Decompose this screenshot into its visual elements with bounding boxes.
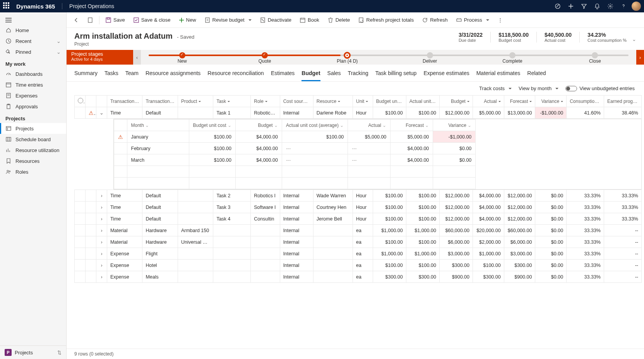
cell[interactable]: Expense	[107, 271, 142, 283]
cell[interactable]: $100.00	[406, 260, 439, 271]
cell[interactable]: Task 4	[213, 213, 251, 225]
cell[interactable]: $0.00	[535, 190, 567, 202]
cell[interactable]: $4,000.00	[473, 213, 504, 225]
cell[interactable]	[213, 236, 251, 248]
column-header[interactable]: Budget unit cost	[373, 96, 406, 107]
save-close-button[interactable]: Save & close	[130, 15, 175, 25]
month-col-header[interactable]: Budget ⌄	[235, 120, 282, 131]
assistant-icon[interactable]	[551, 0, 564, 12]
cell[interactable]: $20,000.00	[473, 225, 504, 236]
cell[interactable]: ea	[353, 271, 373, 283]
expand-header-icon[interactable]: ⌄	[632, 36, 636, 42]
cell[interactable]: Internal	[280, 107, 313, 119]
cell[interactable]: $1,000.00	[406, 225, 439, 236]
cell[interactable]	[313, 271, 353, 283]
month-cell[interactable]: $0.00	[433, 143, 476, 154]
cell[interactable]: $13,000.00	[504, 107, 535, 119]
cell[interactable]: Time	[107, 107, 142, 119]
expand-row-button[interactable]: ›	[96, 248, 107, 260]
tab-summary[interactable]: Summary	[74, 68, 98, 81]
cell[interactable]: $1,000.00	[406, 248, 439, 260]
column-header[interactable]: Resource	[313, 96, 353, 107]
table-row[interactable]: ›TimeDefaultTask 3Software IInternalCour…	[75, 202, 642, 213]
tab-expense-estimates[interactable]: Expense estimates	[423, 68, 469, 81]
cell[interactable]: $100.00	[406, 107, 439, 119]
stage-node[interactable]: Close	[554, 51, 636, 64]
cell[interactable]: Material	[107, 225, 142, 236]
month-cell[interactable]: $4,000.00	[235, 131, 282, 143]
cell[interactable]: $300.00	[439, 260, 473, 271]
open-record-set-button[interactable]	[84, 15, 97, 25]
save-button[interactable]: Save	[102, 15, 129, 25]
month-row[interactable]: ⚠January$100.00$4,000.00$100.00$5,000.00…	[114, 131, 476, 143]
cell[interactable]: --	[604, 225, 642, 236]
refresh-button[interactable]: Refresh	[418, 15, 452, 25]
cell[interactable]: Internal	[280, 248, 313, 260]
cell[interactable]: $900.00	[504, 271, 535, 283]
cell[interactable]: 33.33%	[567, 236, 604, 248]
cell[interactable]: $100.00	[406, 202, 439, 213]
column-header[interactable]: Earned progres	[604, 96, 642, 107]
cell[interactable]: $100.00	[373, 107, 406, 119]
column-header[interactable]: Variance	[535, 96, 567, 107]
month-col-header[interactable]: Forecast ⌄	[391, 120, 433, 131]
month-cell[interactable]: March	[127, 154, 189, 166]
tab-tracking[interactable]: Tracking	[348, 68, 368, 81]
row-select[interactable]	[75, 236, 86, 248]
column-header[interactable]: Consumption %	[567, 96, 604, 107]
plus-icon[interactable]	[564, 0, 577, 12]
deactivate-button[interactable]: Deactivate	[256, 15, 295, 25]
expand-row-button[interactable]: ›	[96, 225, 107, 236]
stage-node[interactable]: Quote	[223, 51, 306, 64]
cell[interactable]: Software I	[251, 202, 280, 213]
cell[interactable]: Hardware	[142, 236, 178, 248]
cell[interactable]: $2,000.00	[473, 236, 504, 248]
tab-team[interactable]: Team	[125, 68, 139, 81]
month-col-header[interactable]: Variance ⌄	[433, 120, 476, 131]
stage-node[interactable]: Deliver	[389, 51, 471, 64]
cell[interactable]: $0.00	[535, 271, 567, 283]
nav-projects[interactable]: Projects	[0, 123, 66, 134]
month-cell[interactable]: $4,000.00	[235, 143, 282, 154]
new-button[interactable]: New	[175, 15, 200, 25]
cell[interactable]	[213, 260, 251, 271]
cell[interactable]: ea	[353, 225, 373, 236]
cell[interactable]: Internal	[280, 225, 313, 236]
cell[interactable]: $12,000.00	[439, 107, 473, 119]
month-cell[interactable]: $100.00	[282, 131, 348, 143]
table-row[interactable]: ›TimeDefaultTask 4ConsultinInternalJerom…	[75, 213, 642, 225]
month-cell[interactable]: $5,000.00	[391, 131, 433, 143]
stage-next-button[interactable]: ›	[636, 50, 644, 65]
column-header[interactable]: Transaction class	[107, 96, 142, 107]
cell[interactable]: $300.00	[406, 271, 439, 283]
month-cell[interactable]: $100.00	[189, 143, 235, 154]
cell[interactable]: Jerome Bell	[313, 213, 353, 225]
cell[interactable]	[313, 236, 353, 248]
cell[interactable]: Default	[142, 202, 178, 213]
book-button[interactable]: Book	[296, 15, 323, 25]
expand-row-button[interactable]: ›	[96, 213, 107, 225]
cell[interactable]: Robotics T	[251, 107, 280, 119]
month-col-header[interactable]: Actual unit cost (average) ⌄	[282, 120, 348, 131]
cell[interactable]: Hour	[353, 107, 373, 119]
tab-budget[interactable]: Budget	[301, 68, 320, 81]
cell[interactable]	[213, 248, 251, 260]
tab-task-billing-setup[interactable]: Task billing setup	[375, 68, 417, 81]
cell[interactable]	[178, 271, 213, 283]
cell[interactable]: $100.00	[373, 202, 406, 213]
cell[interactable]: Hour	[353, 190, 373, 202]
refresh-totals-button[interactable]: Refresh project totals	[355, 15, 418, 25]
cell[interactable]: $0.00	[535, 202, 567, 213]
cell[interactable]: $1,000.00	[373, 248, 406, 260]
month-cell[interactable]: $4,000.00	[391, 154, 433, 166]
cell[interactable]: $900.00	[439, 271, 473, 283]
back-button[interactable]	[70, 15, 83, 25]
gear-icon[interactable]	[604, 0, 617, 12]
cell[interactable]: Armbard 150	[178, 225, 213, 236]
month-cell[interactable]: $0.00	[433, 154, 476, 166]
cell[interactable]: Internal	[280, 190, 313, 202]
month-cell[interactable]: $100.00	[189, 154, 235, 166]
filter-icon[interactable]	[577, 0, 591, 12]
nav-time-entries[interactable]: Time entries	[0, 79, 66, 90]
cell[interactable]: $0.00	[535, 225, 567, 236]
